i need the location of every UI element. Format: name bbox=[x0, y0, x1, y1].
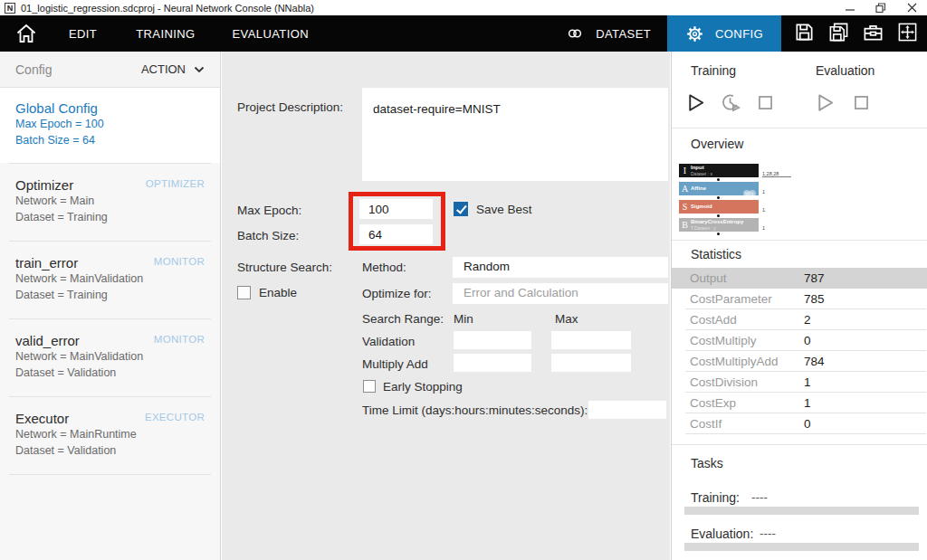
evaluation-section-title: Evaluation bbox=[816, 63, 874, 78]
top-nav-bar: EDIT TRAINING EVALUATION DATASET CONFIG bbox=[0, 15, 927, 52]
multiply-add-min-input[interactable] bbox=[454, 354, 531, 372]
connector-dot bbox=[717, 233, 720, 235]
save-best-label: Save Best bbox=[476, 203, 532, 216]
output-shape-label: 1 bbox=[762, 207, 765, 213]
run-status-panel: Training Evaluation Overview I InputData… bbox=[671, 52, 927, 560]
stat-row-costexp[interactable]: CostExp1 bbox=[672, 393, 927, 413]
config-sidebar: Config ACTION Global Config Max Epoch = … bbox=[0, 52, 221, 560]
tasks-section-title: Tasks bbox=[691, 456, 723, 470]
project-description-label: Project Description: bbox=[237, 100, 343, 114]
tab-edit[interactable]: EDIT bbox=[69, 27, 97, 41]
app-icon: N bbox=[5, 3, 15, 14]
method-label: Method: bbox=[362, 261, 406, 274]
tab-config[interactable]: CONFIG bbox=[667, 15, 781, 52]
stat-row-costdivision[interactable]: CostDivision1 bbox=[672, 372, 927, 393]
resume-training-button[interactable] bbox=[721, 92, 741, 117]
tab-evaluation[interactable]: EVALUATION bbox=[233, 27, 309, 41]
layer-binarycrossentropy: B BinaryCrossEntropyT.Dataset : y 1 bbox=[679, 218, 759, 232]
optimize-for-field[interactable]: Error and Calculation bbox=[453, 283, 668, 304]
project-description-input[interactable]: dataset-require=MNIST bbox=[362, 88, 668, 181]
toolbox-icon bbox=[863, 22, 884, 43]
save-button[interactable] bbox=[794, 22, 815, 46]
title-bar: N 01_logistic_regression.sdcproj - Neura… bbox=[0, 0, 927, 15]
sidebar-item-optimizer[interactable]: Optimizer OPTIMIZER Network = Main Datas… bbox=[0, 164, 220, 241]
tab-dataset[interactable]: DATASET bbox=[548, 15, 667, 52]
batch-size-input[interactable] bbox=[359, 224, 433, 244]
validation-max-input[interactable] bbox=[551, 331, 631, 349]
stat-row-costmultiplyadd[interactable]: CostMultiplyAdd784 bbox=[672, 351, 927, 372]
stat-row-costif[interactable]: CostIf0 bbox=[672, 413, 927, 434]
global-config-line: Batch Size = 64 bbox=[15, 132, 205, 148]
max-epoch-input[interactable] bbox=[359, 199, 433, 219]
stat-row-costmultiply[interactable]: CostMultiply0 bbox=[672, 330, 927, 351]
validation-min-input[interactable] bbox=[454, 331, 531, 349]
optimize-for-label: Optimize for: bbox=[362, 287, 432, 300]
home-icon bbox=[15, 23, 37, 44]
home-button[interactable] bbox=[15, 23, 37, 44]
evaluation-progress-bar bbox=[684, 543, 919, 551]
minimize-button[interactable] bbox=[835, 0, 865, 15]
network-overview-diagram: I InputDataset : x 1,28,28 A Affine Wb 1… bbox=[679, 164, 797, 236]
training-progress-bar bbox=[684, 507, 919, 515]
stat-row-costparameter[interactable]: CostParameter785 bbox=[672, 289, 927, 309]
output-shape-label: 1 bbox=[762, 189, 765, 195]
stop-icon bbox=[756, 93, 775, 112]
toolbox-button[interactable] bbox=[863, 22, 884, 46]
output-shape-label: 1 bbox=[762, 225, 765, 231]
sidebar-item-valid-error[interactable]: valid_error MONITOR Network = MainValida… bbox=[0, 319, 220, 396]
save-as-button[interactable] bbox=[828, 22, 849, 46]
save-as-icon bbox=[828, 22, 849, 43]
type-badge: MONITOR bbox=[154, 256, 205, 267]
stop-training-button[interactable] bbox=[756, 93, 775, 116]
min-column-label: Min bbox=[454, 312, 473, 326]
batch-size-label: Batch Size: bbox=[237, 229, 299, 242]
affine-params: Wb bbox=[743, 183, 756, 199]
connector-dot bbox=[717, 214, 720, 217]
fit-view-button[interactable] bbox=[897, 22, 918, 46]
divider bbox=[672, 128, 927, 128]
max-epoch-label: Max Epoch: bbox=[237, 204, 301, 217]
stat-row-output[interactable]: Output787 bbox=[672, 268, 927, 289]
layer-affine: A Affine Wb 1 bbox=[679, 182, 759, 195]
tab-training[interactable]: TRAINING bbox=[136, 27, 195, 41]
multiply-add-max-input[interactable] bbox=[551, 354, 631, 372]
chevron-down-icon bbox=[194, 66, 205, 73]
divider bbox=[672, 240, 927, 241]
type-badge: MONITOR bbox=[154, 334, 205, 345]
layer-sigmoid: S Sigmoid 1 bbox=[679, 200, 759, 214]
layer-input: I InputDataset : x 1,28,28 bbox=[679, 164, 759, 177]
time-limit-input[interactable] bbox=[588, 401, 666, 419]
method-field[interactable]: Random bbox=[453, 257, 668, 278]
type-badge: OPTIMIZER bbox=[146, 178, 205, 189]
connector-dot bbox=[717, 178, 720, 181]
early-stopping-label: Early Stopping bbox=[383, 380, 463, 394]
stop-evaluation-button[interactable] bbox=[852, 93, 871, 116]
minimize-icon bbox=[846, 3, 855, 13]
enable-checkbox[interactable] bbox=[237, 286, 251, 299]
tasks-training-label: Training: bbox=[691, 490, 740, 505]
max-column-label: Max bbox=[555, 312, 578, 326]
divider bbox=[672, 444, 927, 445]
search-range-label: Search Range: bbox=[362, 312, 444, 326]
stop-icon bbox=[852, 93, 871, 112]
play-icon bbox=[685, 92, 706, 113]
save-best-checkbox[interactable] bbox=[454, 202, 468, 216]
sidebar-item-executor[interactable]: Executor EXECUTOR Network = MainRuntime … bbox=[0, 397, 220, 474]
play-icon bbox=[815, 92, 836, 113]
statistics-section-title: Statistics bbox=[691, 247, 741, 261]
validation-row-label: Validation bbox=[362, 335, 415, 348]
stat-row-costadd[interactable]: CostAdd2 bbox=[672, 309, 927, 330]
restore-button[interactable] bbox=[865, 0, 896, 15]
sidebar-item-train-error[interactable]: train_error MONITOR Network = MainValida… bbox=[0, 242, 220, 318]
run-evaluation-button[interactable] bbox=[815, 92, 836, 117]
run-training-button[interactable] bbox=[685, 92, 706, 117]
early-stopping-checkbox[interactable] bbox=[363, 380, 376, 393]
sidebar-item-global-config[interactable]: Global Config Max Epoch = 100 Batch Size… bbox=[0, 88, 220, 163]
action-dropdown[interactable]: ACTION bbox=[141, 62, 205, 76]
restore-icon bbox=[875, 3, 886, 14]
statistics-table: Output787 CostParameter785 CostAdd2 Cost… bbox=[672, 268, 927, 434]
close-icon bbox=[907, 3, 917, 13]
close-button[interactable] bbox=[896, 0, 927, 15]
save-icon bbox=[794, 22, 815, 43]
overview-section-title: Overview bbox=[691, 137, 743, 151]
